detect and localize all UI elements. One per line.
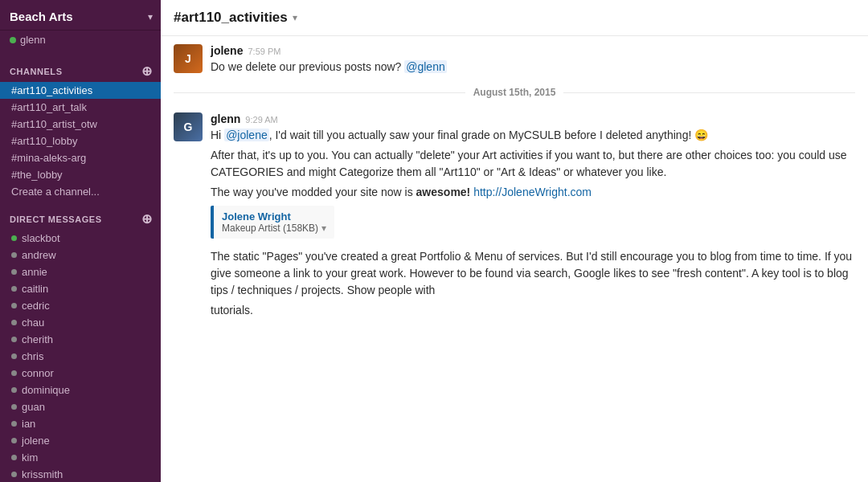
workspace-name: Beach Arts	[10, 10, 73, 23]
line1-after: , I'd wait till you actually saw your fi…	[269, 129, 709, 141]
dm-item-annie[interactable]: annie	[0, 263, 161, 280]
dm-name: cherith	[22, 333, 53, 345]
offline-dot-icon	[11, 404, 17, 410]
current-user: glenn	[0, 31, 161, 52]
message-time-glenn: 9:29 AM	[245, 115, 277, 125]
dropdown-icon[interactable]: ▾	[321, 223, 326, 234]
channel-header: #art110_activities ▾	[161, 0, 868, 36]
dm-name: andrew	[22, 249, 56, 261]
message-content-jolene: jolene 7:59 PM Do we delete our previous…	[211, 44, 855, 76]
dm-item-caitlin[interactable]: caitlin	[0, 280, 161, 297]
dm-item-slackbot[interactable]: slackbot	[0, 230, 161, 247]
channel-item-art110-artist-otw[interactable]: #art110_artist_otw	[0, 116, 161, 133]
dm-name: connor	[22, 367, 54, 379]
message-line1: Hi @jolene, I'd wait till you actually s…	[211, 127, 855, 144]
dm-name: kim	[22, 451, 38, 464]
online-status-icon	[10, 37, 16, 43]
channels-section-header: CHANNELS ⊕	[0, 52, 161, 82]
message-line3: The way you've modded your site now is a…	[211, 184, 855, 201]
offline-dot-icon	[11, 455, 17, 460]
dm-item-cedric[interactable]: cedric	[0, 297, 161, 314]
create-channel-link[interactable]: Create a channel...	[0, 183, 161, 200]
jolenewright-link[interactable]: http://JoleneWright.com	[473, 186, 592, 198]
dm-name: caitlin	[22, 283, 48, 295]
offline-dot-icon	[11, 472, 17, 477]
divider-line-right	[563, 92, 855, 93]
dm-item-jolene[interactable]: jolene	[0, 432, 161, 449]
mention-glenn: @glenn	[404, 60, 446, 73]
chevron-down-icon: ▾	[148, 11, 153, 22]
message-line4: The static "Pages" you've created a grea…	[211, 248, 855, 299]
offline-dot-icon	[11, 438, 17, 443]
preview-subtitle-text: Makeup Artist (158KB)	[222, 223, 318, 234]
message-glenn: G glenn 9:29 AM Hi @jolene, I'd wait til…	[161, 104, 868, 324]
line3-before: The way you've modded your site now is	[211, 186, 416, 198]
message-time-jolene: 7:59 PM	[248, 47, 280, 56]
date-divider-text: August 15th, 2015	[473, 87, 556, 98]
dm-item-kim[interactable]: kim	[0, 449, 161, 466]
dm-item-chau[interactable]: chau	[0, 314, 161, 331]
dm-item-connor[interactable]: connor	[0, 365, 161, 382]
offline-dot-icon	[11, 269, 17, 275]
message-author-glenn: glenn	[211, 112, 240, 125]
offline-dot-icon	[11, 370, 17, 376]
message-content-glenn: glenn 9:29 AM Hi @jolene, I'd wait till …	[211, 112, 855, 319]
message-line5: tutorials.	[211, 302, 855, 319]
offline-dot-icon	[11, 353, 17, 359]
dm-name: annie	[22, 266, 47, 278]
dm-name: cedric	[22, 300, 50, 312]
dm-item-ian[interactable]: ian	[0, 415, 161, 432]
sidebar: Beach Arts ▾ glenn CHANNELS ⊕ #art110_ac…	[0, 0, 161, 482]
avatar-jolene: J	[174, 44, 203, 73]
mention-jolene: @jolene	[224, 129, 269, 141]
dm-item-krissmith[interactable]: krissmith	[0, 466, 161, 482]
dm-item-dominique[interactable]: dominique	[0, 382, 161, 398]
channel-item-art110-lobby[interactable]: #art110_lobby	[0, 133, 161, 149]
line1-before: Hi	[211, 129, 224, 141]
dm-name: dominique	[22, 384, 70, 396]
channel-title: #art110_activities	[174, 10, 288, 26]
offline-dot-icon	[11, 252, 17, 258]
offline-dot-icon	[11, 387, 17, 393]
message-meta-glenn: glenn 9:29 AM	[211, 112, 855, 125]
message-line2: After that, it's up to you. You can actu…	[211, 147, 855, 181]
workspace-header[interactable]: Beach Arts ▾	[0, 0, 161, 31]
channel-dropdown-icon[interactable]: ▾	[293, 12, 297, 23]
dm-list: slackbot andrew annie caitlin cedric cha…	[0, 230, 161, 482]
offline-dot-icon	[11, 320, 17, 325]
message-text-content: Do we delete our previous posts now?	[211, 60, 404, 73]
offline-dot-icon	[11, 337, 17, 342]
channel-item-mina-aleks-arg[interactable]: #mina-aleks-arg	[0, 149, 161, 166]
link-preview: Jolene Wright Makeup Artist (158KB) ▾	[211, 206, 334, 239]
divider-line-left	[174, 92, 465, 93]
line3-bold: awesome!	[416, 186, 471, 198]
dm-name: ian	[22, 418, 35, 430]
dm-name: slackbot	[22, 232, 60, 244]
avatar-glenn: G	[174, 112, 203, 141]
channel-item-art110-art-talk[interactable]: #art110_art_talk	[0, 99, 161, 116]
dm-section-header: DIRECT MESSAGES ⊕	[0, 200, 161, 230]
username-label: glenn	[20, 34, 46, 46]
dm-item-chris[interactable]: chris	[0, 348, 161, 365]
messages-area: J jolene 7:59 PM Do we delete our previo…	[161, 36, 868, 482]
dm-label: DIRECT MESSAGES	[10, 214, 102, 224]
online-dot-icon	[11, 235, 17, 241]
dm-item-guan[interactable]: guan	[0, 398, 161, 415]
dm-name: chau	[22, 317, 44, 329]
message-author-jolene: jolene	[211, 44, 243, 57]
dm-item-andrew[interactable]: andrew	[0, 247, 161, 263]
add-channel-icon[interactable]: ⊕	[141, 63, 153, 79]
offline-dot-icon	[11, 286, 17, 292]
dm-name: guan	[22, 401, 45, 413]
dm-item-cherith[interactable]: cherith	[0, 331, 161, 348]
channel-item-the-lobby[interactable]: #the_lobby	[0, 166, 161, 183]
message-jolene: J jolene 7:59 PM Do we delete our previo…	[161, 36, 868, 80]
offline-dot-icon	[11, 303, 17, 308]
dm-name: krissmith	[22, 468, 63, 480]
offline-dot-icon	[11, 421, 17, 427]
channel-item-art110-activities[interactable]: #art110_activities	[0, 82, 161, 99]
link-preview-title: Jolene Wright	[222, 210, 326, 223]
add-dm-icon[interactable]: ⊕	[141, 211, 153, 227]
dm-name: jolene	[22, 435, 50, 447]
message-meta-jolene: jolene 7:59 PM	[211, 44, 855, 57]
